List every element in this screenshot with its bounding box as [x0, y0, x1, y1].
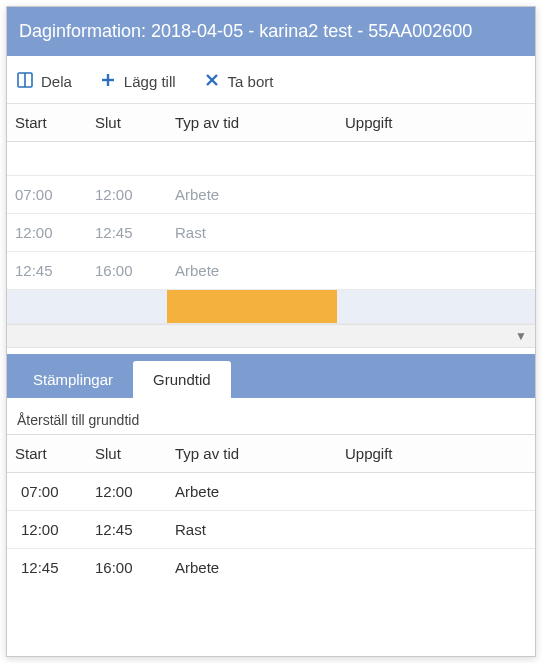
cell-slut[interactable]: 16:00 [87, 252, 167, 290]
cell-slut: 16:00 [87, 549, 167, 587]
cell-uppgift[interactable] [337, 214, 535, 252]
col-typ-header[interactable]: Typ av tid [167, 104, 337, 142]
cell-slut[interactable]: 12:00 [87, 176, 167, 214]
window-title: Daginformation: 2018-04-05 - karina2 tes… [19, 21, 472, 41]
ta-bort-button[interactable]: Ta bort [204, 72, 274, 91]
highlight-cell[interactable] [167, 290, 337, 324]
table-row[interactable]: 12:45 16:00 Arbete [7, 549, 535, 587]
table-row[interactable] [7, 142, 535, 176]
cell-typ: Arbete [167, 549, 337, 587]
col-typ-header[interactable]: Typ av tid [167, 435, 337, 473]
col-uppgift-header[interactable]: Uppgift [337, 104, 535, 142]
cell-slut: 12:00 [87, 473, 167, 511]
table-row[interactable]: 12:00 12:45 Rast [7, 511, 535, 549]
cell-start: 12:45 [7, 549, 87, 587]
tab-stamplingar[interactable]: Stämplingar [13, 361, 133, 398]
window-header: Daginformation: 2018-04-05 - karina2 tes… [7, 7, 535, 56]
dela-button[interactable]: Dela [17, 72, 72, 91]
col-slut-header[interactable]: Slut [87, 435, 167, 473]
table-row[interactable]: 12:45 16:00 Arbete [7, 252, 535, 290]
cell-uppgift [337, 549, 535, 587]
cell-uppgift [337, 511, 535, 549]
col-start-header[interactable]: Start [7, 435, 87, 473]
close-icon [204, 72, 220, 91]
cell-typ[interactable]: Arbete [167, 252, 337, 290]
cell-start: 07:00 [7, 473, 87, 511]
cell-uppgift[interactable] [337, 176, 535, 214]
cell-typ: Arbete [167, 473, 337, 511]
col-start-header[interactable]: Start [7, 104, 87, 142]
upper-table: Start Slut Typ av tid Uppgift 07:00 12:0… [7, 104, 535, 324]
daginformation-window: Daginformation: 2018-04-05 - karina2 tes… [6, 6, 536, 657]
toolbar: Dela Lägg till Ta bort [7, 56, 535, 104]
cell-slut[interactable]: 12:45 [87, 214, 167, 252]
cell-start: 12:00 [7, 511, 87, 549]
table-row[interactable]: 07:00 12:00 Arbete [7, 473, 535, 511]
tabs: Stämplingar Grundtid [7, 354, 535, 398]
col-slut-header[interactable]: Slut [87, 104, 167, 142]
lower-table: Start Slut Typ av tid Uppgift 07:00 12:0… [7, 434, 535, 586]
split-icon [17, 72, 33, 91]
cell-slut: 12:45 [87, 511, 167, 549]
highlight-row[interactable] [7, 290, 535, 324]
cell-typ: Rast [167, 511, 337, 549]
tab-grundtid[interactable]: Grundtid [133, 361, 231, 398]
cell-start[interactable]: 12:00 [7, 214, 87, 252]
reset-grundtid-link[interactable]: Återställ till grundtid [7, 398, 535, 434]
table-row[interactable]: 07:00 12:00 Arbete [7, 176, 535, 214]
ta-bort-label: Ta bort [228, 73, 274, 90]
lagg-till-button[interactable]: Lägg till [100, 72, 176, 91]
cell-uppgift [337, 473, 535, 511]
cell-start[interactable]: 12:45 [7, 252, 87, 290]
chevron-down-icon[interactable]: ▼ [515, 329, 527, 343]
cell-start[interactable]: 07:00 [7, 176, 87, 214]
dela-label: Dela [41, 73, 72, 90]
cell-uppgift[interactable] [337, 252, 535, 290]
col-uppgift-header[interactable]: Uppgift [337, 435, 535, 473]
plus-icon [100, 72, 116, 91]
cell-typ[interactable]: Rast [167, 214, 337, 252]
table-row[interactable]: 12:00 12:45 Rast [7, 214, 535, 252]
cell-typ[interactable]: Arbete [167, 176, 337, 214]
lagg-till-label: Lägg till [124, 73, 176, 90]
expand-bar: ▼ [7, 324, 535, 348]
